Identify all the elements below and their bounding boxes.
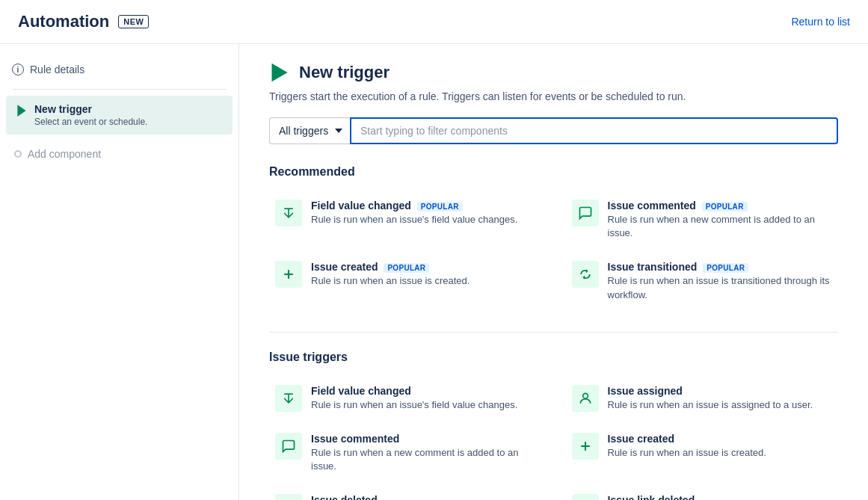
sidebar-rule-details[interactable]: i Rule details — [0, 56, 238, 83]
transition-icon — [572, 261, 599, 288]
plus-icon — [275, 261, 302, 288]
sidebar-trigger-text: New trigger Select an event or schedule. — [34, 103, 147, 127]
sidebar-trigger-name: New trigger — [34, 103, 147, 115]
assigned-icon — [572, 385, 599, 412]
issue-commented-rec-content: Issue commented POPULAR Rule is run when… — [608, 200, 833, 240]
issue-triggers-title: Issue triggers — [269, 351, 838, 364]
recommended-grid: Field value changed POPULAR Rule is run … — [269, 191, 838, 311]
issue-deleted-name: Issue deleted — [311, 494, 432, 500]
sidebar-new-trigger[interactable]: New trigger Select an event or schedule. — [6, 96, 233, 135]
trigger-card-field-value[interactable]: Field value changed Rule is run when an … — [269, 376, 542, 421]
issue-assigned-desc: Rule is run when an issue is assigned to… — [608, 398, 813, 412]
field-value-rec-content: Field value changed POPULAR Rule is run … — [311, 200, 517, 226]
issue-created-rec-desc: Rule is run when an issue is created. — [311, 274, 470, 288]
header: Automation NEW Return to list — [0, 0, 868, 44]
filter-row: All triggers — [269, 117, 838, 144]
issue-triggers-section: Issue triggers Field value changed — [269, 351, 838, 500]
issue-created-content: Issue created Rule is run when an issue … — [608, 433, 766, 460]
trigger-card-issue-deleted[interactable]: Issue deleted Rule is run when an issue … — [269, 485, 542, 500]
comment-icon-2 — [275, 433, 302, 460]
app-container: Automation NEW Return to list i Rule det… — [0, 0, 868, 500]
issue-assigned-content: Issue assigned Rule is run when an issue… — [608, 385, 813, 412]
recommended-section-title: Recommended — [269, 165, 838, 179]
filter-input[interactable] — [350, 117, 838, 144]
app-title: Automation — [18, 12, 109, 31]
field-value-rec-desc: Rule is run when an issue's field value … — [311, 213, 517, 226]
issue-link-deleted-content: Issue link deleted Rule executes when an… — [608, 494, 744, 500]
new-badge: NEW — [118, 15, 149, 28]
issue-created-name: Issue created — [608, 433, 766, 445]
rule-details-label: Rule details — [30, 64, 84, 75]
issue-created-rec-content: Issue created POPULAR Rule is run when a… — [311, 261, 470, 288]
issue-commented-content: Issue commented Rule is run when a new c… — [311, 433, 536, 473]
svg-marker-0 — [17, 105, 25, 117]
trigger-description: Triggers start the execution of a rule. … — [269, 90, 838, 102]
popular-badge: POPULAR — [417, 202, 463, 212]
field-value-icon-2 — [275, 385, 302, 412]
trigger-card-issue-commented-rec[interactable]: Issue commented POPULAR Rule is run when… — [566, 191, 839, 249]
issue-created-rec-name: Issue created POPULAR — [311, 261, 470, 273]
recommended-section: Recommended Field value changed PO — [269, 165, 838, 311]
issue-commented-rec-desc: Rule is run when a new comment is added … — [608, 213, 833, 240]
issue-deleted-content: Issue deleted Rule is run when an issue … — [311, 494, 432, 500]
add-component-row[interactable]: Add component — [0, 141, 238, 167]
link-deleted-icon — [572, 494, 599, 500]
add-component-dot — [14, 150, 22, 158]
svg-point-8 — [582, 393, 588, 398]
trigger-card-field-value-rec[interactable]: Field value changed POPULAR Rule is run … — [269, 191, 542, 249]
comment-icon — [572, 200, 599, 226]
issue-transitioned-rec-name: Issue transitioned POPULAR — [608, 261, 833, 273]
trigger-card-issue-link-deleted[interactable]: Issue link deleted Rule executes when an… — [566, 485, 839, 500]
trigger-card-issue-created-rec[interactable]: Issue created POPULAR Rule is run when a… — [269, 252, 542, 310]
trigger-card-issue-commented[interactable]: Issue commented Rule is run when a new c… — [269, 424, 542, 482]
trigger-card-issue-created[interactable]: Issue created Rule is run when an issue … — [566, 424, 839, 482]
field-value-desc: Rule is run when an issue's field value … — [311, 398, 517, 412]
trigger-title: New trigger — [299, 63, 390, 82]
issue-commented-rec-name: Issue commented POPULAR — [608, 200, 833, 212]
field-value-content: Field value changed Rule is run when an … — [311, 385, 517, 412]
sidebar: i Rule details New trigger Select an eve… — [0, 44, 239, 500]
trigger-card-issue-assigned[interactable]: Issue assigned Rule is run when an issue… — [566, 376, 839, 421]
issue-commented-name: Issue commented — [311, 433, 536, 445]
trigger-play-btn-icon — [269, 62, 290, 83]
info-icon: i — [12, 64, 24, 75]
issue-triggers-grid: Field value changed Rule is run when an … — [269, 376, 838, 500]
issue-transitioned-rec-desc: Rule is run when an issue is transitione… — [608, 274, 833, 301]
field-value-icon — [275, 200, 302, 226]
sidebar-divider — [12, 89, 227, 90]
section-divider — [269, 332, 838, 333]
sidebar-trigger-desc: Select an event or schedule. — [34, 117, 147, 127]
content-area: New trigger Triggers start the execution… — [239, 44, 868, 500]
deleted-icon — [275, 494, 302, 500]
add-component-label: Add component — [28, 148, 101, 160]
field-value-rec-name: Field value changed POPULAR — [311, 200, 517, 212]
popular-badge: POPULAR — [384, 263, 429, 273]
plus-icon-2 — [572, 433, 599, 460]
header-left: Automation NEW — [18, 12, 149, 31]
return-to-list-link[interactable]: Return to list — [791, 16, 850, 28]
popular-badge: POPULAR — [702, 202, 748, 212]
issue-commented-desc: Rule is run when a new comment is added … — [311, 446, 536, 473]
issue-link-deleted-name: Issue link deleted — [608, 494, 744, 500]
main-layout: i Rule details New trigger Select an eve… — [0, 44, 868, 500]
trigger-header: New trigger — [269, 62, 838, 83]
svg-marker-1 — [272, 64, 288, 82]
field-value-name: Field value changed — [311, 385, 517, 397]
trigger-card-issue-transitioned-rec[interactable]: Issue transitioned POPULAR Rule is run w… — [566, 252, 839, 310]
issue-transitioned-rec-content: Issue transitioned POPULAR Rule is run w… — [608, 261, 833, 301]
issue-created-desc: Rule is run when an issue is created. — [608, 446, 766, 460]
issue-assigned-name: Issue assigned — [608, 385, 813, 397]
play-icon — [15, 104, 28, 117]
trigger-type-select[interactable]: All triggers — [269, 117, 350, 144]
popular-badge: POPULAR — [703, 263, 748, 273]
